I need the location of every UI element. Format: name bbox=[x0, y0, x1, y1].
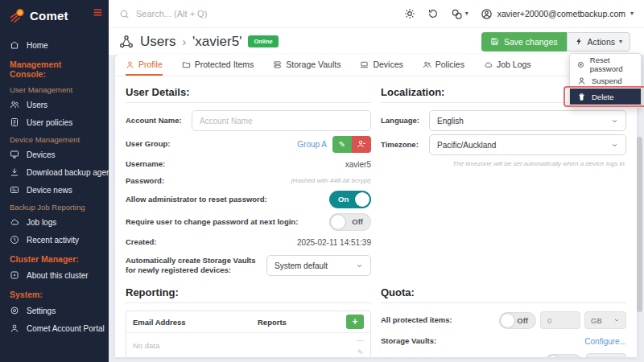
all-protected-items-toggle[interactable]: Off bbox=[499, 312, 536, 329]
home-icon bbox=[10, 40, 19, 50]
auto-vault-row: Automatically create Storage Vaults for … bbox=[126, 253, 371, 278]
breadcrumb-root[interactable]: Users bbox=[140, 34, 175, 50]
toggle-label: Off bbox=[517, 316, 528, 325]
cloud-icon bbox=[484, 60, 493, 69]
tab-policies[interactable]: Policies bbox=[423, 55, 464, 76]
sidebar-section-management-console: Management Console: bbox=[0, 54, 109, 81]
theme-toggle-button[interactable] bbox=[404, 8, 415, 19]
save-changes-label: Save changes bbox=[504, 37, 558, 47]
number-of-devices-value[interactable]: 1 bbox=[586, 353, 626, 357]
edit-row-icon[interactable]: ✎ bbox=[357, 348, 364, 356]
reset-password-icon bbox=[577, 60, 584, 69]
number-of-devices-toggle[interactable]: Off bbox=[545, 354, 582, 358]
created-row: Created: 2025-02-11 14:51:39 bbox=[126, 235, 371, 249]
all-protected-items-row: All protected items: Off 0 GB bbox=[381, 311, 626, 330]
search-input[interactable] bbox=[136, 9, 257, 19]
created-value: 2025-02-11 14:51:39 bbox=[297, 238, 371, 247]
require-change-toggle[interactable]: Off bbox=[329, 213, 371, 231]
sidebar-item-label: About this cluster bbox=[27, 271, 89, 280]
localization-section: Localization: Language: English Timezone… bbox=[381, 86, 626, 282]
auto-vault-select[interactable]: System default bbox=[266, 255, 371, 276]
username-label: Username: bbox=[126, 159, 165, 169]
language-select[interactable]: English bbox=[429, 110, 626, 131]
account-name-label: Account Name: bbox=[126, 116, 182, 125]
all-protected-items-unit-select[interactable]: GB bbox=[584, 311, 626, 329]
quota-section: Quota: All protected items: Off 0 GB Sto… bbox=[381, 286, 626, 357]
sidebar-item-user-policies[interactable]: User policies bbox=[0, 113, 109, 131]
sidebar-item-label: Devices bbox=[27, 150, 56, 159]
sun-icon bbox=[404, 8, 415, 19]
tab-protected-items[interactable]: Protected Items bbox=[182, 55, 254, 76]
menu-item-label: Delete bbox=[592, 93, 613, 101]
profile-content: User Details: Account Name: User Group: … bbox=[115, 76, 637, 357]
select-value: Pacific/Auckland bbox=[437, 141, 496, 150]
remove-row-icon[interactable]: — bbox=[357, 336, 364, 344]
sidebar-collapse-button[interactable] bbox=[93, 7, 103, 18]
sidebar: Comet Home Management Console: User Mana… bbox=[0, 0, 109, 362]
add-report-button[interactable]: + bbox=[346, 315, 364, 329]
tab-storage-vaults[interactable]: Storage Vaults bbox=[273, 55, 341, 76]
tab-job-logs[interactable]: Job Logs bbox=[484, 55, 531, 76]
timezone-row: Timezone: Pacific/Auckland bbox=[381, 134, 626, 155]
folder-icon bbox=[182, 60, 191, 69]
cloud-icon bbox=[10, 217, 19, 227]
person-icon bbox=[10, 323, 19, 333]
actions-label: Actions bbox=[588, 37, 615, 47]
sidebar-section-system: System: bbox=[0, 284, 109, 302]
all-protected-items-value[interactable]: 0 bbox=[540, 311, 580, 329]
sidebar-section-cluster-manager: Cluster Manager: bbox=[0, 249, 109, 266]
chevron-down-icon bbox=[611, 142, 618, 149]
comet-logo-icon bbox=[10, 7, 26, 23]
sidebar-item-comet-account-portal[interactable]: Comet Account Portal bbox=[0, 319, 109, 337]
edit-group-button[interactable]: ✎ bbox=[332, 136, 352, 153]
reporting-table-header: Email Address Reports + bbox=[126, 311, 370, 333]
account-name-input[interactable] bbox=[192, 110, 371, 131]
menu-item-suspend[interactable]: Suspend bbox=[570, 72, 641, 88]
search-box[interactable] bbox=[119, 9, 257, 19]
actions-button[interactable]: Actions ▾ bbox=[567, 32, 630, 51]
language-icon bbox=[451, 8, 463, 20]
tab-devices[interactable]: Devices bbox=[360, 55, 402, 76]
sidebar-item-settings[interactable]: Settings bbox=[0, 302, 109, 319]
breadcrumb-separator: › bbox=[182, 35, 186, 48]
select-value: System default bbox=[275, 261, 328, 270]
history-button[interactable] bbox=[427, 8, 439, 19]
sidebar-item-users[interactable]: Users bbox=[0, 96, 109, 113]
require-change-label: Require user to change password at next … bbox=[126, 217, 298, 227]
toggle-knob bbox=[501, 314, 514, 327]
account-menu-button[interactable]: xavier+20000@cometbackup.com ▾ bbox=[481, 8, 634, 20]
tab-label: Storage Vaults bbox=[286, 60, 341, 69]
number-of-devices-controls: Off 1 bbox=[545, 353, 626, 357]
menu-item-delete[interactable]: Delete bbox=[570, 88, 641, 105]
language-menu-button[interactable]: ▾ bbox=[451, 8, 469, 20]
timezone-select[interactable]: Pacific/Auckland bbox=[429, 134, 626, 155]
sidebar-item-recent-activity[interactable]: Recent activity bbox=[0, 231, 109, 249]
user-details-section: User Details: Account Name: User Group: … bbox=[126, 86, 371, 282]
sidebar-item-home[interactable]: Home bbox=[0, 36, 109, 54]
remove-group-button[interactable] bbox=[352, 136, 371, 153]
allow-reset-label: Allow administrator to reset password: bbox=[126, 195, 267, 204]
sidebar-nav: Home Management Console: User Management… bbox=[0, 36, 109, 337]
created-label: Created: bbox=[126, 237, 157, 247]
all-protected-items-label: All protected items: bbox=[381, 315, 452, 325]
save-icon bbox=[490, 37, 499, 46]
configure-link[interactable]: Configure... bbox=[584, 337, 626, 346]
topbar-actions: ▾ xavier+20000@cometbackup.com ▾ bbox=[404, 8, 634, 20]
sidebar-item-device-news[interactable]: Device news bbox=[0, 181, 109, 199]
sidebar-item-devices[interactable]: Devices bbox=[0, 146, 109, 163]
user-minus-icon bbox=[357, 139, 366, 149]
allow-reset-toggle[interactable]: On bbox=[329, 191, 371, 208]
tab-label: Protected Items bbox=[195, 60, 254, 69]
sidebar-item-job-logs[interactable]: Job logs bbox=[0, 213, 109, 231]
menu-item-label: Suspend bbox=[592, 76, 622, 85]
vertical-scrollbar[interactable] bbox=[637, 137, 642, 312]
tab-profile[interactable]: Profile bbox=[126, 55, 163, 76]
save-changes-button[interactable]: Save changes bbox=[481, 32, 567, 51]
sidebar-item-download-backup-agent[interactable]: Download backup agent bbox=[0, 163, 109, 181]
users-group-icon bbox=[119, 35, 134, 49]
user-group-link[interactable]: Group A bbox=[297, 140, 327, 149]
menu-item-reset-password[interactable]: Reset password bbox=[570, 56, 641, 72]
sidebar-item-about-this-cluster[interactable]: About this cluster bbox=[0, 266, 109, 284]
user-group-label: User Group: bbox=[126, 139, 170, 149]
suspend-user-icon bbox=[577, 76, 586, 85]
